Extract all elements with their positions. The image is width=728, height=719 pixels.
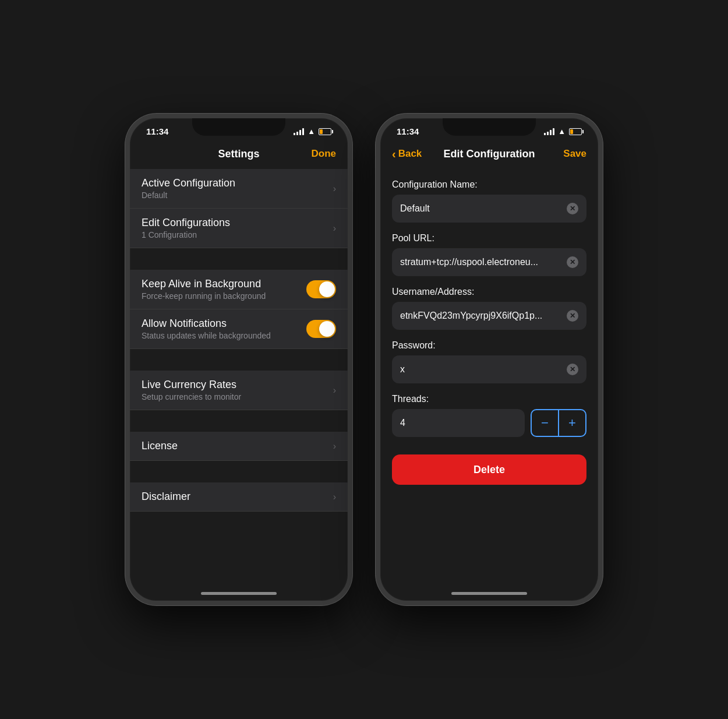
chevron-right-icon: › — [333, 492, 336, 502]
threads-field-wrap — [392, 409, 525, 437]
live-currency-title: Live Currency Rates — [142, 379, 333, 391]
signal-icon — [294, 128, 304, 135]
notch-right — [443, 118, 536, 136]
config-name-label: Configuration Name: — [392, 179, 586, 190]
pool-url-input[interactable] — [400, 257, 567, 267]
username-input[interactable] — [400, 311, 567, 321]
back-button[interactable]: ‹ Back — [392, 146, 422, 162]
settings-title: Settings — [218, 148, 259, 160]
toggle-thumb — [319, 321, 335, 337]
time-left: 11:34 — [146, 126, 168, 136]
chevron-right-icon: › — [333, 223, 336, 234]
active-configuration-item[interactable]: Active Configuration Default › — [130, 169, 348, 209]
toggle-thumb — [319, 281, 335, 297]
settings-group-2: Keep Alive in Background Force-keep runn… — [130, 270, 348, 349]
group-separator-2 — [130, 350, 348, 371]
signal-bar-3 — [299, 130, 301, 135]
edit-config-nav-title: Edit Configuration — [444, 148, 535, 160]
allow-notif-subtitle: Status updates while backgrounded — [142, 331, 306, 340]
live-currency-subtitle: Setup currencies to monitor — [142, 392, 333, 401]
battery-icon-right — [569, 128, 582, 135]
settings-list: Active Configuration Default › Edit Conf… — [130, 169, 348, 512]
license-title: License — [142, 440, 333, 452]
chevron-right-icon: › — [333, 184, 336, 194]
edit-config-title: Edit Configurations — [142, 217, 333, 229]
wifi-icon: ▲ — [308, 127, 315, 136]
wifi-icon-right: ▲ — [558, 127, 566, 136]
time-right: 11:34 — [397, 126, 419, 136]
settings-screen: Active Configuration Default › Edit Conf… — [130, 169, 348, 605]
keep-alive-title: Keep Alive in Background — [142, 278, 306, 290]
battery-fill — [320, 129, 323, 134]
edit-config-subtitle: 1 Configuration — [142, 230, 333, 239]
password-input[interactable] — [400, 364, 567, 375]
edit-config-screen: Configuration Name: ✕ Pool URL: ✕ Userna… — [380, 169, 598, 605]
signal-bar-1 — [294, 133, 295, 135]
threads-row: − + — [392, 409, 586, 437]
back-label: Back — [398, 148, 422, 160]
right-phone: 11:34 ▲ ‹ Back Edit Configuration Save C… — [376, 114, 603, 605]
signal-bar-2 — [296, 132, 298, 135]
allow-notif-title: Allow Notifications — [142, 318, 306, 330]
status-icons-left: ▲ — [294, 127, 331, 136]
password-label: Password: — [392, 340, 586, 351]
disclaimer-item[interactable]: Disclaimer › — [130, 482, 348, 512]
keep-alive-subtitle: Force-keep running in background — [142, 291, 306, 301]
settings-group-5: Disclaimer › — [130, 482, 348, 512]
edit-configurations-item[interactable]: Edit Configurations 1 Configuration › — [130, 209, 348, 248]
settings-group-3: Live Currency Rates Setup currencies to … — [130, 371, 348, 410]
battery-icon — [319, 128, 331, 135]
status-icons-right: ▲ — [544, 127, 582, 136]
home-indicator-right — [451, 592, 527, 595]
password-field-wrap: ✕ — [392, 355, 586, 383]
battery-fill-right — [570, 129, 573, 134]
left-phone: 11:34 ▲ Settings Done Acti — [125, 114, 352, 605]
group-separator-4 — [130, 462, 348, 482]
active-config-title: Active Configuration — [142, 177, 333, 189]
chevron-right-icon: › — [333, 385, 336, 396]
config-name-field-wrap: ✕ — [392, 195, 586, 223]
chevron-left-icon: ‹ — [392, 148, 396, 160]
nav-bar-right: ‹ Back Edit Configuration Save — [380, 140, 598, 169]
nav-bar-left: Settings Done — [130, 140, 348, 169]
live-currency-item[interactable]: Live Currency Rates Setup currencies to … — [130, 371, 348, 410]
allow-notif-toggle[interactable] — [306, 320, 336, 338]
username-clear-button[interactable]: ✕ — [567, 310, 578, 322]
threads-stepper: − + — [531, 409, 586, 437]
threads-label: Threads: — [392, 394, 586, 404]
username-label: Username/Address: — [392, 287, 586, 297]
password-clear-button[interactable]: ✕ — [567, 364, 578, 375]
active-config-subtitle: Default — [142, 191, 333, 200]
username-field-wrap: ✕ — [392, 302, 586, 330]
signal-icon-right — [544, 128, 554, 135]
threads-input[interactable] — [400, 418, 517, 428]
pool-url-label: Pool URL: — [392, 233, 586, 244]
delete-button[interactable]: Delete — [392, 454, 586, 485]
home-indicator-left — [201, 592, 277, 595]
config-name-input[interactable] — [400, 203, 567, 214]
license-item[interactable]: License › — [130, 432, 348, 461]
done-button[interactable]: Done — [312, 146, 337, 162]
settings-group-1: Active Configuration Default › Edit Conf… — [130, 169, 348, 248]
threads-increment-button[interactable]: + — [559, 410, 585, 436]
allow-notifications-item[interactable]: Allow Notifications Status updates while… — [130, 309, 348, 349]
threads-decrement-button[interactable]: − — [532, 410, 558, 436]
settings-group-4: License › — [130, 432, 348, 461]
signal-bar-4 — [302, 128, 304, 135]
pool-url-clear-button[interactable]: ✕ — [567, 256, 578, 268]
keep-alive-toggle[interactable] — [306, 280, 336, 298]
group-separator-1 — [130, 249, 348, 270]
pool-url-field-wrap: ✕ — [392, 248, 586, 276]
keep-alive-item[interactable]: Keep Alive in Background Force-keep runn… — [130, 270, 348, 309]
chevron-right-icon: › — [333, 441, 336, 452]
notch — [192, 118, 285, 136]
disclaimer-title: Disclaimer — [142, 491, 333, 503]
save-button[interactable]: Save — [563, 146, 586, 162]
config-name-clear-button[interactable]: ✕ — [567, 203, 578, 214]
group-separator-3 — [130, 411, 348, 432]
